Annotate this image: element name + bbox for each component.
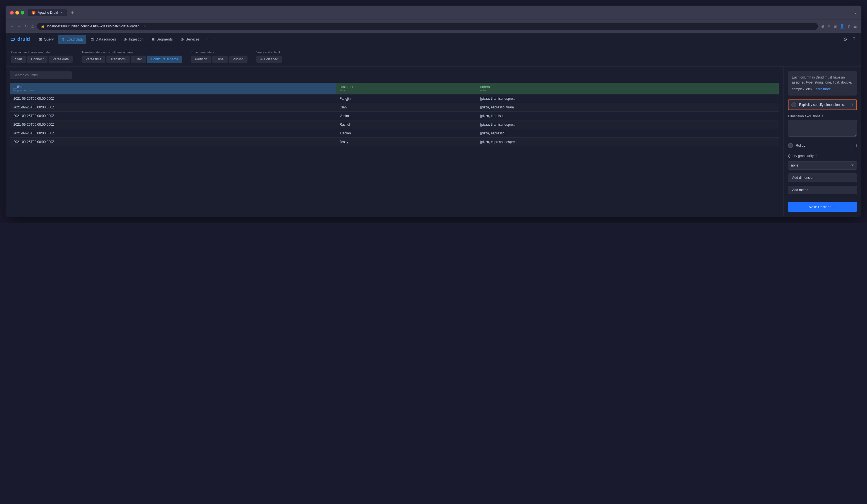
share-icon[interactable]: ⇧ [847, 24, 850, 29]
step-group-connect-parse: Connect and parse raw data Start Connect… [11, 51, 73, 63]
step-group-transform-configure: Transform data and configure schema Pars… [82, 51, 182, 63]
tab-close-btn[interactable]: ✕ [60, 11, 63, 14]
step-group-tune-params-label: Tune parameters [191, 51, 247, 54]
add-dimension-btn[interactable]: Add dimension [788, 173, 857, 182]
granularity-info-icon[interactable]: ℹ [815, 154, 817, 158]
data-panel: __time long (time column) customer strin… [6, 66, 783, 216]
close-window-btn[interactable] [10, 11, 14, 14]
cell-time: 2021-09-25T00:00:00.000Z [10, 103, 336, 112]
browser-window: 🔥 Apache Druid ✕ + ∨ ← → ↻ ⌂ 🔒 localhost… [6, 6, 861, 217]
main-content: Connect and parse raw data Start Connect… [6, 46, 861, 216]
step-btn-publish[interactable]: Publish [229, 56, 247, 63]
toolbar-icons: ⊕ ⬇ ⊞ 👤 ⇧ ☰ [821, 24, 857, 29]
step-btn-configure-schema[interactable]: Configure schema [147, 56, 182, 63]
logo-text: druid [17, 36, 30, 42]
step-header: Connect and parse raw data Start Connect… [6, 46, 861, 66]
reload-btn[interactable]: ↻ [24, 24, 28, 29]
step-group-connect-parse-label: Connect and parse raw data [11, 51, 73, 54]
step-btn-partition[interactable]: Partition [191, 56, 211, 63]
nav-item-query[interactable]: ⊞ Query [35, 35, 57, 44]
step-btn-parse-data[interactable]: Parse data [49, 56, 73, 63]
bookmark-icon[interactable]: ⊕ [821, 24, 825, 29]
forward-btn[interactable]: → [17, 24, 21, 29]
rollup-toggle[interactable] [788, 143, 793, 148]
rollup-info-icon[interactable]: ℹ [856, 143, 857, 148]
top-navbar: ⊃ druid ⊞ Query ⇧ Load data ⊡ Datasource… [6, 33, 861, 46]
rollup-row: Rollup ℹ [788, 141, 857, 150]
step-btn-transform[interactable]: Transform [106, 56, 129, 63]
nav-item-services[interactable]: ⊙ Services [178, 35, 203, 44]
extensions-icon[interactable]: ⊞ [834, 24, 837, 29]
active-tab[interactable]: 🔥 Apache Druid ✕ [28, 9, 67, 16]
table-body: 2021-09-25T00:00:00.000Z Fangjin [pizza,… [10, 94, 779, 147]
step-buttons-tune-params: Partition Tune Publish [191, 56, 247, 63]
query-icon: ⊞ [39, 37, 42, 42]
nav-item-segments[interactable]: ⊟ Segments [148, 35, 176, 44]
cell-time: 2021-09-25T00:00:00.000Z [10, 138, 336, 147]
step-btn-filter[interactable]: Filter [131, 56, 146, 63]
step-btn-parse-time[interactable]: Parse time [82, 56, 105, 63]
nav-item-query-label: Query [44, 37, 54, 41]
granularity-section: Query granularity ℹ none second minute h… [788, 154, 857, 170]
nav-item-ingestion[interactable]: ⊘ Ingestion [120, 35, 147, 44]
learn-more-link[interactable]: Learn more [814, 87, 831, 92]
step-btn-tune[interactable]: Tune [212, 56, 228, 63]
step-btn-edit-spec[interactable]: ✏ Edit spec [256, 56, 282, 63]
nav-item-datasources[interactable]: ⊡ Datasources [87, 35, 119, 44]
step-group-verify-submit: Verify and submit ✏ Edit spec [256, 51, 282, 63]
granularity-label: Query granularity [788, 154, 814, 158]
table-row: 2021-09-25T00:00:00.000Z Vadim [pizza, t… [10, 112, 779, 120]
nav-item-load-data-label: Load data [66, 37, 83, 41]
new-tab-btn[interactable]: + [69, 9, 76, 16]
cell-time: 2021-09-25T00:00:00.000Z [10, 129, 336, 138]
dropdown-btn[interactable]: ∨ [854, 10, 857, 15]
nav-item-more-label: ··· [207, 37, 210, 41]
step-buttons-verify-submit: ✏ Edit spec [256, 56, 282, 63]
services-icon: ⊙ [181, 37, 184, 42]
download-icon[interactable]: ⬇ [827, 24, 831, 29]
dimension-exclusions-textarea[interactable] [788, 120, 857, 137]
explicitly-specify-row: Explicitly specify dimension list ℹ [788, 99, 857, 110]
content-area: __time long (time column) customer strin… [6, 66, 861, 216]
add-metric-btn[interactable]: Add metric [788, 186, 857, 194]
cell-customer: Fangjin [336, 94, 477, 103]
step-btn-connect[interactable]: Connect [27, 56, 47, 63]
explicitly-specify-info-icon[interactable]: ℹ [852, 103, 854, 107]
dimension-exclusions-info-icon[interactable]: ℹ [822, 114, 823, 118]
menu-icon[interactable]: ☰ [853, 24, 857, 29]
search-columns-input[interactable] [10, 71, 72, 79]
url-bar[interactable]: 🔒 localhost:8888/unified-console.html#cl… [37, 23, 818, 30]
cell-customer: Vadim [336, 112, 477, 120]
dimension-exclusions-section: Dimension exclusions ℹ [788, 114, 857, 138]
granularity-select[interactable]: none second minute hour day week month y… [788, 161, 857, 170]
step-groups: Connect and parse raw data Start Connect… [11, 51, 856, 63]
load-data-icon: ⇧ [62, 37, 65, 42]
url-text: localhost:8888/unified-console.html#clas… [47, 24, 139, 28]
nav-item-more[interactable]: ··· [204, 35, 214, 44]
right-panel: Each column in Druid must have an assign… [783, 66, 861, 216]
step-btn-start[interactable]: Start [11, 56, 26, 63]
cell-customer: Xiaolan [336, 129, 477, 138]
settings-icon[interactable]: ⚙ [842, 35, 849, 44]
home-btn[interactable]: ⌂ [31, 24, 33, 29]
explicitly-specify-toggle[interactable] [791, 102, 796, 107]
table-row: 2021-09-25T00:00:00.000Z Xiaolan [pizza,… [10, 129, 779, 138]
accounts-icon[interactable]: 👤 [839, 24, 844, 29]
step-group-verify-submit-label: Verify and submit [256, 51, 282, 54]
next-partition-label: Next: Partition → [809, 205, 836, 209]
minimize-window-btn[interactable] [15, 11, 19, 14]
col-header-time: __time long (time column) [10, 83, 336, 94]
step-group-transform-configure-label: Transform data and configure schema [82, 51, 182, 54]
tab-bar: 🔥 Apache Druid ✕ + [28, 9, 851, 16]
help-icon[interactable]: ? [851, 35, 857, 44]
segments-icon: ⊟ [151, 37, 155, 42]
datasources-icon: ⊡ [90, 37, 94, 42]
maximize-window-btn[interactable] [21, 11, 24, 14]
table-row: 2021-09-25T00:00:00.000Z Gian [pizza, es… [10, 103, 779, 112]
nav-item-services-label: Services [186, 37, 200, 41]
col-header-orders: orders auto [477, 83, 779, 94]
nav-item-load-data[interactable]: ⇧ Load data [58, 35, 86, 44]
back-btn[interactable]: ← [10, 24, 14, 29]
next-partition-btn[interactable]: Next: Partition → [788, 202, 857, 212]
step-group-tune-params: Tune parameters Partition Tune Publish [191, 51, 247, 63]
